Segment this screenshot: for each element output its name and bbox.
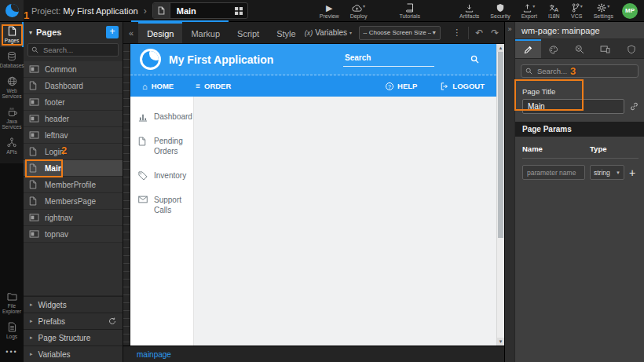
params-table-header: Name Type: [522, 144, 639, 159]
app-content-area[interactable]: [194, 97, 496, 346]
tab-markup[interactable]: Markup: [182, 22, 229, 43]
screen-size-select[interactable]: -- Choose Screen Size -- ▼: [359, 26, 441, 40]
tab-properties[interactable]: [515, 39, 541, 58]
sidebar-item-inventory[interactable]: Inventory: [130, 163, 193, 188]
vcs-button[interactable]: ▾ VCS: [571, 0, 583, 21]
tab-script[interactable]: Script: [229, 22, 268, 43]
search-icon[interactable]: [470, 55, 479, 64]
pages-list-item-dashboard[interactable]: Dashboard: [24, 78, 123, 94]
rail-item-apis[interactable]: APIs: [0, 133, 24, 159]
rail-item-file-explorer[interactable]: File Explorer: [0, 287, 24, 318]
scroll-down-icon[interactable]: ▼: [497, 338, 504, 346]
redo-button[interactable]: ↷: [487, 27, 503, 38]
rail-item-web-services[interactable]: Web Services: [0, 72, 24, 103]
home-icon: ⌂: [142, 82, 148, 91]
active-page-underline: [131, 20, 229, 22]
tab-design[interactable]: Design: [138, 22, 182, 43]
app-navbar: ⌂ HOME ≡ ORDER ? HELP: [130, 75, 496, 97]
pages-list-item-topnav[interactable]: topnav: [24, 226, 123, 243]
pages-list-item-footer[interactable]: footer: [24, 94, 123, 111]
pages-list-item-memberspage[interactable]: MembersPage: [24, 193, 123, 210]
settings-button[interactable]: ▾ Settings: [594, 0, 613, 21]
breadcrumb-mainpage[interactable]: mainpage: [137, 350, 171, 359]
pages-list-item-common[interactable]: Common: [24, 61, 123, 78]
partial-page-icon: [29, 98, 39, 106]
rail-item-logs[interactable]: Logs: [0, 318, 24, 343]
rail-more-button[interactable]: •••: [0, 343, 24, 362]
section-prefabs[interactable]: ▸ Prefabs: [24, 313, 123, 329]
ellipsis-icon: •••: [5, 348, 17, 356]
more-options-icon[interactable]: ⋮: [448, 27, 466, 38]
rail-item-java-services[interactable]: Java Services: [0, 103, 24, 133]
export-button[interactable]: ▾ Export: [521, 0, 537, 21]
section-variables[interactable]: ▸ Variables: [24, 346, 123, 362]
tab-security[interactable]: [618, 39, 644, 58]
collapse-right-strip[interactable]: »: [505, 22, 515, 362]
scroll-up-icon[interactable]: ▲: [497, 44, 504, 52]
scrollbar-thumb[interactable]: [498, 52, 503, 238]
pages-list-item-rightnav[interactable]: rightnav: [24, 210, 123, 226]
artifacts-button[interactable]: Artifacts: [459, 0, 479, 21]
nav-logout[interactable]: LOGOUT: [441, 82, 485, 90]
shield-outline-icon: [628, 45, 635, 54]
i18n-button[interactable]: A I18N: [548, 0, 560, 21]
app-sidebar: Dashboard Pending Orders I: [130, 97, 194, 346]
toolbar-divider: [468, 27, 469, 39]
deploy-button[interactable]: ▾ Deploy: [350, 0, 368, 21]
param-type-select[interactable]: string ▼: [590, 165, 624, 180]
tab-styles[interactable]: [541, 39, 567, 58]
nav-home[interactable]: ⌂ HOME: [142, 82, 174, 91]
properties-search-input[interactable]: [536, 66, 634, 76]
tutorials-button[interactable]: Tutorials: [399, 0, 420, 21]
variables-dropdown[interactable]: (x) Variables ▾: [305, 28, 352, 37]
app-search-input[interactable]: Search: [343, 52, 434, 67]
collapse-left-icon[interactable]: «: [123, 28, 138, 38]
pages-list-item-login[interactable]: Login: [24, 144, 123, 160]
rail-item-pages[interactable]: Pages: [0, 22, 24, 47]
wavemaker-logo[interactable]: [0, 0, 24, 21]
add-page-button[interactable]: +: [106, 26, 119, 38]
rail-item-databases[interactable]: Databases: [0, 47, 24, 72]
refresh-icon[interactable]: [108, 317, 116, 325]
column-type: Type: [590, 144, 639, 153]
preview-button[interactable]: ▶ Preview: [320, 0, 339, 21]
pages-search[interactable]: [27, 43, 119, 57]
branch-icon: ▾: [571, 2, 583, 13]
page-selector[interactable]: Main: [152, 2, 248, 19]
security-button[interactable]: Security: [490, 0, 510, 21]
tab-devices[interactable]: [592, 39, 618, 58]
gear-icon: ▾: [597, 2, 609, 13]
nav-help[interactable]: ? HELP: [386, 82, 417, 90]
section-page-structure[interactable]: ▸ Page Structure: [24, 329, 123, 346]
pages-search-input[interactable]: [42, 45, 115, 55]
sidebar-item-dashboard[interactable]: Dashboard: [130, 104, 193, 129]
tab-style[interactable]: Style: [268, 22, 304, 43]
properties-search[interactable]: [521, 64, 639, 78]
pages-icon: [8, 25, 16, 36]
caret-down-icon: ▾: [349, 30, 352, 35]
undo-button[interactable]: ↶: [471, 27, 487, 38]
user-avatar[interactable]: MP: [622, 3, 638, 19]
project-label: Project:: [31, 6, 60, 16]
bind-link-icon[interactable]: [630, 102, 639, 111]
tab-zoom-disabled[interactable]: [567, 39, 593, 58]
section-widgets[interactable]: ▸ Widgets: [24, 296, 123, 313]
palette-icon: [549, 46, 558, 54]
pages-panel-title: Pages: [36, 27, 61, 37]
pages-list-item-header[interactable]: header: [24, 111, 123, 127]
chevron-right-icon: ›: [144, 5, 147, 16]
caret-down-icon[interactable]: ▾: [29, 29, 32, 36]
page-title-input[interactable]: [522, 99, 624, 114]
page-params-table: Name Type string ▼ +: [522, 144, 639, 180]
sidebar-item-pending-orders[interactable]: Pending Orders: [130, 129, 193, 163]
param-name-input[interactable]: [522, 165, 585, 180]
pages-list-item-leftnav[interactable]: leftnav: [24, 127, 123, 144]
collapse-right-icon: »: [507, 25, 511, 33]
pages-list-item-memberprofile[interactable]: MemberProfile: [24, 177, 123, 193]
sidebar-item-support-calls[interactable]: Support Calls: [130, 188, 193, 222]
grid-icon[interactable]: [230, 7, 247, 15]
nav-order[interactable]: ≡ ORDER: [196, 82, 231, 90]
pages-list-item-main[interactable]: Main: [24, 160, 123, 177]
add-param-button[interactable]: +: [629, 167, 635, 178]
canvas-scrollbar[interactable]: ▲ ▼: [496, 44, 504, 346]
